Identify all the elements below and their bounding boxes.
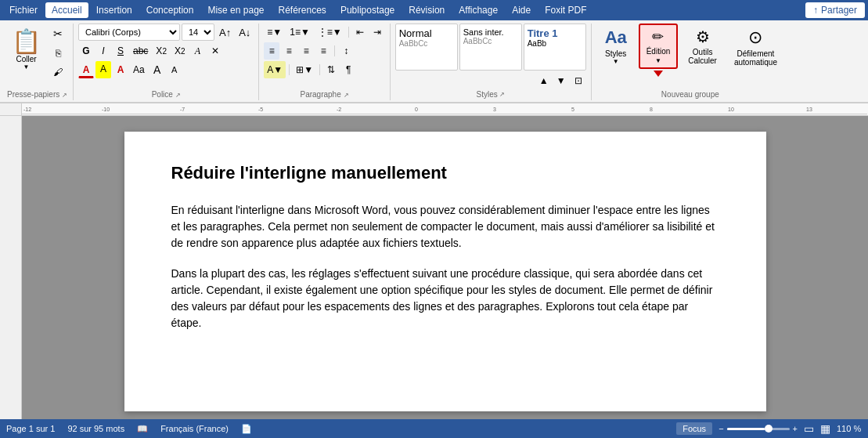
font-increase-btn[interactable]: A	[149, 61, 165, 78]
font-decrease-btn[interactable]: A	[167, 61, 182, 78]
styles-btn[interactable]: Aa Styles ▼	[596, 24, 636, 69]
share-button[interactable]: ↑ Partager	[805, 2, 865, 18]
reproduire-button[interactable]: 🖌	[49, 64, 67, 80]
para-expand[interactable]: ↗	[344, 92, 349, 99]
outils-calculer-btn[interactable]: ⚙ OutilsCalculer	[681, 24, 724, 69]
status-language[interactable]: Français (France)	[160, 424, 229, 433]
increase-font-btn[interactable]: A↑	[216, 24, 234, 41]
font-family-select[interactable]: Calibri (Corps)	[78, 24, 180, 41]
ruler-svg: // Will be rendered via JS below -12-10-…	[22, 103, 867, 116]
svg-text:-2: -2	[337, 107, 341, 112]
underline-button[interactable]: S	[113, 42, 128, 60]
font-color-a-btn[interactable]: A	[78, 61, 94, 78]
status-words: 92 sur 95 mots	[67, 424, 124, 433]
menu-bar: Fichier Accueil Insertion Conception Mis…	[0, 0, 868, 20]
outils-icon: ⚙	[696, 27, 710, 46]
coller-button[interactable]: 📋 Coller ▼	[6, 24, 46, 74]
bold-button[interactable]: G	[78, 42, 94, 60]
group-presse-papiers: 📋 Coller ▼ ✂ ⎘ 🖌	[3, 24, 74, 100]
multilevel-btn[interactable]: ⋮≡▼	[315, 24, 345, 41]
clear-formatting-btn[interactable]: ✕	[207, 42, 223, 60]
styles-expand[interactable]: ↗	[499, 91, 505, 98]
zoom-control: − +	[719, 424, 798, 433]
menu-foxit[interactable]: Foxit PDF	[538, 2, 592, 18]
police-label: Police ↗	[78, 89, 254, 100]
font-color-btn[interactable]: A	[113, 61, 128, 78]
align-right-btn[interactable]: ≡	[298, 42, 314, 60]
menu-fichier[interactable]: Fichier	[3, 2, 44, 18]
italic-button[interactable]: I	[95, 42, 111, 60]
menu-accueil[interactable]: Accueil	[45, 2, 88, 18]
paragraphe-label: Paragraphe ↗	[264, 89, 384, 100]
menu-references[interactable]: Références	[272, 2, 333, 18]
zoom-slider[interactable]	[727, 428, 790, 430]
couper-icon: ✂	[53, 27, 63, 40]
strikethrough-button[interactable]: abc	[130, 42, 151, 60]
sort-btn[interactable]: ⇅	[323, 61, 339, 78]
menu-mise-en-page[interactable]: Mise en page	[201, 2, 270, 18]
menu-affichage[interactable]: Affichage	[452, 2, 504, 18]
police-expand[interactable]: ↗	[175, 92, 181, 99]
document-area[interactable]: Réduire l'interligne manuellement En réd…	[22, 116, 868, 419]
show-marks-btn[interactable]: ¶	[340, 61, 356, 78]
styles-icon: Aa	[605, 27, 627, 48]
bullets-btn[interactable]: ≡▼	[264, 24, 285, 41]
zoom-in-icon[interactable]: +	[793, 424, 798, 433]
align-center-btn[interactable]: ≡	[281, 42, 297, 60]
shading-btn[interactable]: A▼	[264, 61, 286, 78]
edition-arrow: ▼	[655, 57, 661, 64]
edition-icon: ✏	[652, 28, 664, 45]
superscript-button[interactable]: X2	[171, 42, 189, 60]
decrease-font-btn[interactable]: A↓	[236, 24, 254, 41]
increase-indent-btn[interactable]: ⇥	[369, 24, 385, 41]
font-size-select[interactable]: 14	[182, 24, 214, 41]
ruler-vertical	[0, 116, 22, 419]
menu-revision[interactable]: Révision	[402, 2, 451, 18]
status-track-icon[interactable]: 📄	[241, 424, 252, 434]
layout-multi-icon[interactable]: ▦	[820, 422, 830, 435]
text-effects-button[interactable]: A	[190, 42, 206, 60]
justify-btn[interactable]: ≡	[315, 42, 331, 60]
svg-rect-110	[22, 114, 867, 114]
ribbon-tools: 📋 Coller ▼ ✂ ⎘ 🖌	[0, 20, 868, 102]
focus-label[interactable]: Focus	[676, 422, 712, 435]
styles-title1[interactable]: Titre 1 AaBb	[524, 24, 586, 71]
styles-normal[interactable]: Normal AaBbCc	[395, 24, 458, 71]
align-left-btn[interactable]: ≡	[264, 42, 279, 60]
styles-label: Styles ↗	[395, 89, 586, 100]
change-case-btn[interactable]: Aa	[130, 61, 148, 78]
layout-single-icon[interactable]: ▭	[804, 422, 814, 435]
subscript-button[interactable]: X2	[153, 42, 170, 60]
styles-no-space[interactable]: Sans inter. AaBbCc	[459, 24, 522, 71]
coller-icon: 📋	[12, 27, 41, 55]
menu-conception[interactable]: Conception	[140, 2, 200, 18]
status-proofread-icon[interactable]: 📖	[137, 424, 148, 434]
svg-text:-5: -5	[258, 107, 263, 112]
menu-insertion[interactable]: Insertion	[90, 2, 139, 18]
defilement-label: Défilementautomatique	[734, 49, 777, 67]
copier-button[interactable]: ⎘	[49, 45, 67, 61]
styles-down-btn[interactable]: ▼	[553, 72, 569, 89]
coller-arrow: ▼	[23, 63, 30, 71]
edition-btn[interactable]: ✏ Édition ▼	[639, 24, 679, 69]
numbering-btn[interactable]: 1≡▼	[286, 24, 313, 41]
presse-papiers-expand[interactable]: ↗	[62, 92, 67, 99]
document-page: Réduire l'interligne manuellement En réd…	[124, 132, 766, 411]
borders-btn[interactable]: ⊞▼	[293, 61, 316, 78]
decrease-indent-btn[interactable]: ⇤	[352, 24, 368, 41]
styles-more-btn[interactable]: ⊡	[571, 72, 586, 89]
ruler-horizontal: // Will be rendered via JS below -12-10-…	[22, 103, 868, 116]
zoom-level[interactable]: 110 %	[837, 424, 862, 433]
styles-up-btn[interactable]: ▲	[536, 72, 552, 89]
zoom-out-icon[interactable]: −	[719, 424, 723, 433]
defilement-btn[interactable]: ⊙ Défilementautomatique	[727, 24, 784, 71]
line-spacing-btn[interactable]: ↕	[338, 42, 354, 60]
group-police: Calibri (Corps) 14 A↑ A↓ G I S abc X2	[75, 24, 259, 100]
menu-publipostage[interactable]: Publipostage	[334, 2, 401, 18]
menu-aide[interactable]: Aide	[506, 2, 537, 18]
highlight-btn[interactable]: A	[95, 61, 111, 78]
document-para-1: En réduisant l'interligne dans Microsoft…	[171, 202, 719, 252]
svg-text:0: 0	[415, 107, 418, 112]
couper-button[interactable]: ✂	[49, 25, 67, 42]
status-page: Page 1 sur 1	[6, 424, 55, 433]
